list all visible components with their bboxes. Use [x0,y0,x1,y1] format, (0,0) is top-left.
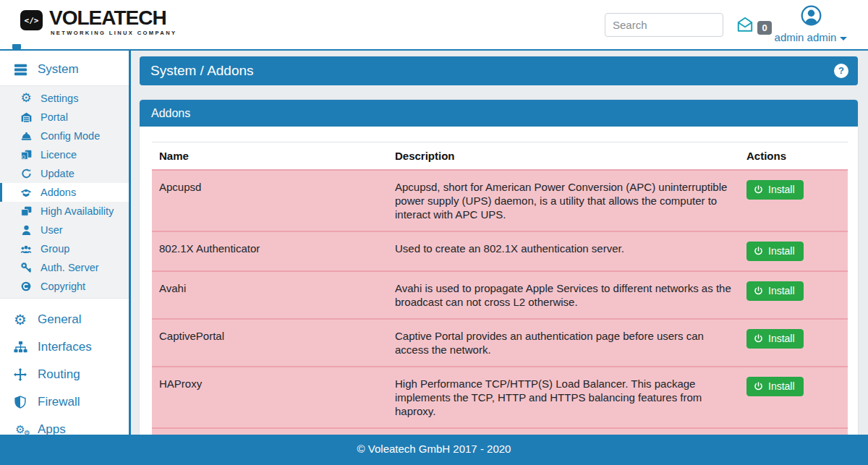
addon-description-cell: Apcupsd, short for American Power Conver… [388,170,739,231]
sidebar-item-label: Copyright [41,281,85,292]
key-icon [20,263,32,273]
sidebar-item-licence[interactable]: Licence [0,145,129,164]
server-icon [13,64,27,76]
addons-panel: Addons Name Description Actions Apcupsd … [140,100,858,435]
sidebar-item-label: Addons [41,187,76,198]
sidebar-item-label: High Availability [41,205,114,217]
addon-name-cell: IGMPProxy [152,428,388,435]
envelope-icon [735,15,755,34]
sidebar-item-label: Auth. Server [41,262,99,273]
sidebar-item-user[interactable]: User [0,221,129,239]
caret-down-icon [840,37,847,40]
main-content: System / Addons ? Addons Name Descriptio… [133,51,868,435]
group-icon [20,244,32,254]
search-input[interactable] [605,13,723,37]
table-row: Avahi Avahi is used to propagate Apple S… [152,271,848,319]
sidebar-item-label: Interfaces [38,340,92,354]
sidebar-item-firewall[interactable]: Firewall [0,388,129,416]
addon-description-cell: Captive Portal provides an authenticatio… [388,319,739,367]
shield-icon [13,396,27,409]
certificate-icon [20,150,32,160]
sidebar-item-group[interactable]: Group [0,239,129,258]
power-icon [754,286,763,296]
addon-description-cell: Used to propagate multicasts across L2s. [388,428,739,435]
addon-description-cell: Avahi is used to propagate Apple Service… [388,271,739,319]
message-count-badge: 0 [757,21,772,35]
code-logo-icon: </> [20,10,43,30]
sitemap-icon [13,341,27,353]
refresh-icon [20,168,32,179]
sidebar-item-label: Licence [41,149,77,161]
box-open-icon [20,187,32,197]
power-icon [754,247,763,256]
breadcrumb-label: System / Addons [150,63,254,78]
install-button[interactable]: Install [746,242,804,261]
sidebar-item-settings[interactable]: ⚙ Settings [0,88,129,108]
sidebar-item-label: Settings [41,93,78,104]
garage-icon [20,112,32,122]
power-icon [754,185,763,195]
panel-title: Addons [140,100,858,127]
brand-subtitle: NETWORKING LINUX COMPANY [49,30,176,36]
footer-copyright-label: © Voleatech GmbH 2017 - 2020 [357,443,511,455]
layers-icon [20,206,32,216]
addon-description-cell: High Performance TCP/HTTP(S) Load Balanc… [388,367,739,428]
column-header-name: Name [152,142,388,171]
copyright-icon [20,281,32,291]
sidebar-item-update[interactable]: Update [0,164,129,183]
install-button[interactable]: Install [746,377,804,396]
column-header-description: Description [388,142,739,171]
sidebar-item-label: System [38,62,79,77]
column-header-actions: Actions [739,142,848,171]
sidebar-item-general[interactable]: ⚙ General [0,306,129,333]
power-icon [754,334,763,344]
table-row: 802.1X Authenticator Used to create an 8… [152,231,848,271]
sidebar-item-auth-server[interactable]: Auth. Server [0,258,129,277]
table-row: IGMPProxy Used to propagate multicasts a… [152,428,848,435]
avatar-icon [801,5,822,26]
power-icon [754,382,763,391]
brand-title: VOLEATECH [49,8,176,28]
sidebar-item-copyright[interactable]: Copyright [0,277,129,296]
addon-name-cell: HAProxy [152,367,388,428]
messages-button[interactable]: 0 [735,15,772,35]
sidebar-item-portal[interactable]: Portal [0,108,129,127]
install-button[interactable]: Install [746,281,804,301]
user-name-label: admin admin [775,31,837,43]
addon-name-cell: CaptivePortal [152,319,388,367]
sidebar-item-label: Routing [38,367,80,382]
sidebar-item-label: User [41,224,63,236]
table-row: HAProxy High Performance TCP/HTTP(S) Loa… [152,367,848,428]
sidebar-item-routing[interactable]: Routing [0,361,129,388]
install-button[interactable]: Install [746,180,804,200]
gear-icon: ⚙ [20,92,32,104]
sidebar-item-label: Config Mode [41,130,100,142]
help-icon[interactable]: ? [834,64,848,78]
partial-scrolled-icon [12,44,21,49]
user-menu[interactable]: admin admin [771,5,851,43]
addon-name-cell: Apcupsd [152,170,388,231]
gears-icon: ⚙⚙ [13,425,27,435]
addon-name-cell: 802.1X Authenticator [152,231,388,271]
addon-name-cell: Avahi [152,271,388,319]
addons-table: Name Description Actions Apcupsd Apcupsd… [152,142,848,435]
sidebar-item-label: General [38,312,81,327]
table-row: Apcupsd Apcupsd, short for American Powe… [152,170,848,231]
system-submenu: ⚙ Settings Portal Config Mode [0,85,129,299]
gear-icon: ⚙ [13,312,27,327]
sidebar-item-label: Group [41,243,69,255]
sidebar-item-system[interactable]: System [0,51,129,85]
arrows-move-icon [13,368,27,381]
sidebar-item-label: Portal [41,111,68,123]
addon-description-cell: Used to create an 802.1X authentication … [388,231,739,271]
breadcrumb: System / Addons ? [140,56,858,85]
sidebar-item-addons[interactable]: Addons [0,183,129,202]
sidebar-item-interfaces[interactable]: Interfaces [0,333,129,361]
sidebar-item-config-mode[interactable]: Config Mode [0,127,129,145]
brand[interactable]: </> VOLEATECH NETWORKING LINUX COMPANY [20,8,176,36]
user-icon [20,225,32,235]
hardhat-icon [20,132,32,141]
sidebar-item-label: Update [41,168,75,179]
sidebar-item-high-availability[interactable]: High Availability [0,202,129,221]
install-button[interactable]: Install [746,329,804,349]
